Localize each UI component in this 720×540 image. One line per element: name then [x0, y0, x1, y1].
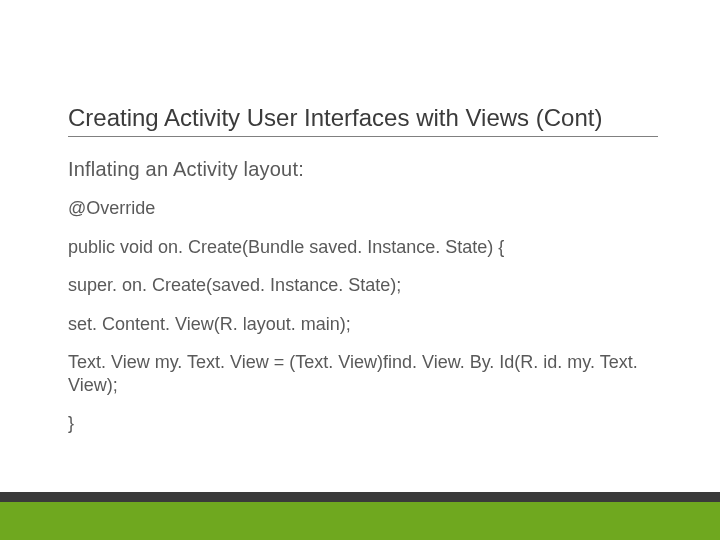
content-subhead: Inflating an Activity layout:	[68, 158, 658, 181]
code-line-5: Text. View my. Text. View = (Text. View)…	[68, 351, 658, 396]
code-line-3: super. on. Create(saved. Instance. State…	[68, 274, 658, 297]
code-line-1: @Override	[68, 197, 658, 220]
slide-content: Inflating an Activity layout: @Override …	[68, 158, 658, 451]
footer-accent-bar	[0, 492, 720, 502]
slide: Creating Activity User Interfaces with V…	[0, 0, 720, 540]
footer-bar	[0, 502, 720, 540]
code-line-2: public void on. Create(Bundle saved. Ins…	[68, 236, 658, 259]
code-line-4: set. Content. View(R. layout. main);	[68, 313, 658, 336]
slide-title: Creating Activity User Interfaces with V…	[68, 104, 658, 137]
code-line-6: }	[68, 412, 658, 435]
